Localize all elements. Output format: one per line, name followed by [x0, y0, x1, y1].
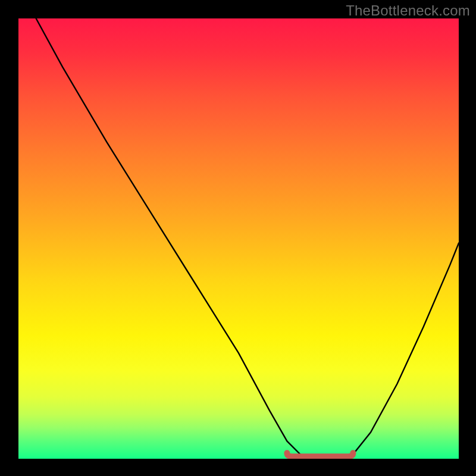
- optimal-range-marker: [287, 453, 353, 456]
- plot-area: [18, 18, 459, 459]
- bottleneck-curve: [36, 18, 459, 459]
- curve-layer: [18, 18, 459, 459]
- watermark-text: TheBottleneck.com: [346, 2, 470, 19]
- chart-canvas: TheBottleneck.com: [0, 0, 476, 476]
